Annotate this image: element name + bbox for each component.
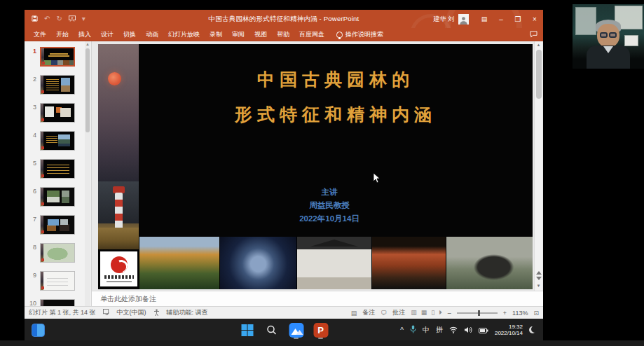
slide-photo-modern-sculpture[interactable] (446, 237, 533, 289)
search-button[interactable] (263, 321, 280, 339)
slide-editing-surface[interactable]: 中国古典园林的 形式特征和精神内涵 主讲 周益民教授 2022年10月14日 (98, 44, 533, 289)
undo-icon[interactable]: ↶ (44, 15, 50, 22)
slide-counter[interactable]: 幻灯片 第 1 张, 共 14 张 (29, 308, 96, 317)
focus-assist-moon-icon[interactable] (529, 326, 536, 333)
slide-photo-moon-gate-night[interactable] (219, 237, 296, 289)
start-button[interactable] (239, 321, 256, 339)
microphone-icon[interactable] (410, 324, 416, 336)
slide-thumbnail-5[interactable] (40, 159, 75, 179)
slide-thumbnail-10[interactable] (40, 299, 75, 306)
slide-thumbnail-9[interactable] (40, 271, 75, 291)
slide-thumbnail-3[interactable] (40, 103, 75, 123)
normal-view-icon[interactable]: ▥ (411, 309, 417, 317)
pinned-app-window-icon[interactable] (32, 324, 45, 337)
slide-thumbnail-1[interactable] (40, 47, 75, 67)
notes-toggle[interactable]: 备注 (362, 308, 375, 317)
tab-record[interactable]: 录制 (205, 30, 227, 39)
zoom-out-button[interactable]: – (448, 310, 451, 317)
accessibility-status[interactable]: 辅助功能: 调查 (167, 308, 208, 317)
meeting-app-button[interactable] (288, 321, 305, 339)
zoom-slider[interactable] (457, 312, 498, 314)
tell-me-search-label: 操作说明搜索 (345, 30, 383, 39)
zoom-slider-thumb[interactable] (478, 310, 480, 316)
fit-to-window-icon[interactable]: ⊡ (533, 310, 539, 317)
ribbon-display-options-icon[interactable]: ▤ (476, 10, 493, 28)
thumbnail-row[interactable]: 2 (29, 75, 75, 95)
tab-file[interactable]: 文件 (29, 30, 51, 39)
comments-bubble-icon[interactable] (530, 28, 537, 41)
volume-icon[interactable] (464, 324, 472, 336)
tab-animations[interactable]: 动画 (141, 30, 163, 39)
tab-baidu-netdisk[interactable]: 百度网盘 (294, 30, 329, 39)
account-avatar[interactable] (458, 14, 469, 25)
minimize-button[interactable]: – (493, 10, 509, 28)
wifi-icon[interactable] (449, 324, 458, 336)
scrollbar-thumb[interactable] (536, 50, 542, 99)
close-button[interactable]: × (526, 10, 543, 28)
tab-insert[interactable]: 插入 (74, 30, 96, 39)
powerpoint-app-button[interactable]: P (313, 321, 329, 339)
zoom-level[interactable]: 113% (512, 310, 528, 317)
thumbnail-row[interactable]: 8 (29, 243, 75, 263)
scroll-up-icon[interactable]: ▲ (85, 41, 90, 48)
start-slideshow-icon[interactable] (69, 15, 76, 23)
restore-button[interactable]: ❐ (509, 10, 526, 28)
scrollbar-thumb[interactable] (85, 48, 90, 132)
tab-slideshow[interactable]: 幻灯片放映 (163, 30, 205, 39)
webcam-video-tile[interactable] (573, 4, 644, 69)
ime-mode-button[interactable]: 拼 (436, 325, 443, 335)
thumbnail-scrollbar[interactable]: ▲ (85, 41, 90, 306)
slide-photo-autumn-garden[interactable] (139, 237, 219, 289)
slide-thumbnail-8[interactable] (40, 243, 75, 263)
slideshow-view-icon[interactable]: ⏵ (439, 309, 442, 317)
slide-thumbnail-7[interactable] (40, 215, 75, 235)
tab-transitions[interactable]: 切换 (118, 30, 141, 39)
thumbnail-row[interactable]: 6 (29, 187, 75, 207)
tell-me-search[interactable]: 操作说明搜索 (336, 30, 383, 39)
slide-photo-pavilion[interactable] (296, 237, 371, 289)
school-logo[interactable] (100, 251, 137, 286)
slide-thumbnail-2[interactable] (40, 75, 75, 95)
comments-toggle-icon[interactable]: 🗩 (381, 310, 387, 317)
redo-icon[interactable]: ↻ (56, 15, 62, 22)
ime-language-button[interactable]: 中 (423, 325, 430, 335)
account-name[interactable]: 建华 刘 (433, 15, 454, 24)
tab-view[interactable]: 视图 (249, 30, 272, 39)
notes-pane[interactable]: 单击此处添加备注 (92, 291, 543, 306)
thumbnail-row[interactable]: 4 (29, 131, 75, 151)
scroll-down-icon[interactable]: ▼ (537, 282, 541, 289)
tab-design[interactable]: 设计 (96, 30, 118, 39)
thumbnail-row[interactable]: 9 (29, 271, 75, 291)
slide-sorter-view-icon[interactable]: ▦ (421, 309, 427, 317)
language-indicator[interactable]: 中文(中国) (117, 308, 146, 317)
comments-toggle[interactable]: 批注 (392, 308, 405, 317)
thumbnail-row[interactable]: 10 (29, 299, 75, 306)
zoom-in-button[interactable]: + (503, 310, 507, 317)
canvas-scrollbar[interactable]: ▲ ▼ (534, 41, 542, 291)
tab-help[interactable]: 帮助 (272, 30, 294, 39)
tab-home[interactable]: 开始 (51, 30, 74, 39)
reading-view-icon[interactable]: ▯ (431, 309, 434, 317)
spellcheck-icon[interactable] (103, 309, 110, 317)
thumbnail-row[interactable]: 5 (29, 159, 75, 179)
thumb-number: 2 (29, 75, 40, 95)
customize-qat-icon[interactable]: ▾ (82, 15, 85, 22)
tray-chevron-icon[interactable]: ^ (400, 326, 404, 334)
thumbnail-row[interactable]: 3 (29, 103, 75, 123)
previous-slide-button[interactable] (536, 271, 542, 275)
taskbar-clock[interactable]: 19:32 2022/10/14 (495, 324, 523, 336)
notes-toggle-icon[interactable]: ▤ (351, 310, 357, 317)
tab-review[interactable]: 审阅 (227, 30, 249, 39)
thumbnail-row[interactable]: 7 (29, 215, 75, 235)
next-slide-button[interactable] (536, 277, 542, 280)
thumbnail-row[interactable]: 1 (29, 47, 75, 67)
slide-thumbnail-6[interactable] (40, 187, 75, 207)
slide-thumbnail-4[interactable] (40, 131, 75, 151)
slide-photo-interior-lantern[interactable] (371, 237, 446, 289)
slide-title-line2[interactable]: 形式特征和精神内涵 (139, 103, 533, 126)
slide-title-line1[interactable]: 中国古典园林的 (139, 68, 533, 91)
battery-icon[interactable] (479, 324, 488, 336)
save-icon[interactable] (32, 15, 38, 23)
slide-subtitle[interactable]: 主讲 周益民教授 2022年10月14日 (126, 186, 533, 226)
scroll-up-icon[interactable]: ▲ (537, 41, 541, 48)
